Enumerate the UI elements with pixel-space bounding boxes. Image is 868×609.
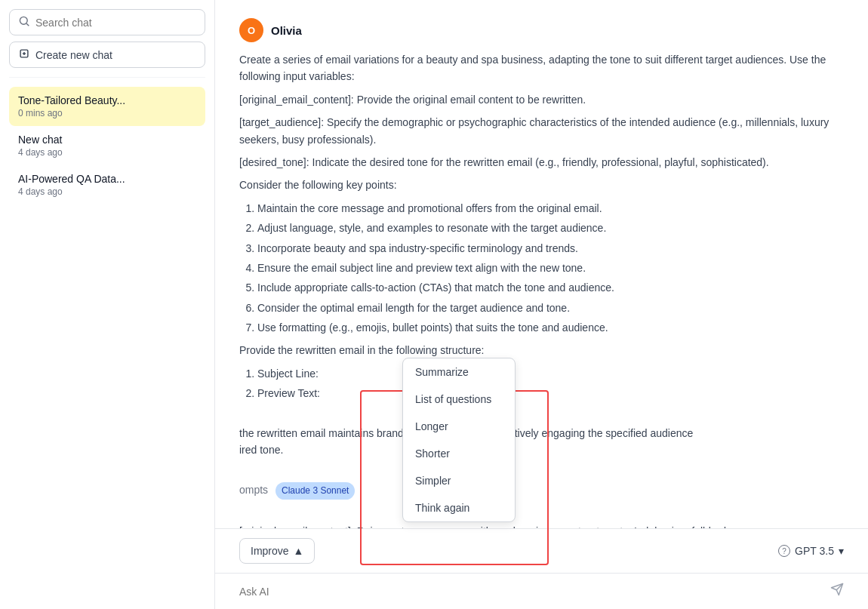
sidebar-item-new-chat[interactable]: New chat 4 days ago [9,126,205,165]
key-point-3: Incorporate beauty and spa industry-spec… [257,240,844,257]
sidebar: Create new chat Tone-Tailored Beauty... … [0,0,215,609]
model-label: GPT 3.5 [795,545,834,557]
svg-point-0 [20,17,27,24]
improve-label: Improve [251,545,289,557]
variable-2: [target_audience]: Specify the demograph… [239,114,844,148]
email-preview: [original_email_content]: Rejuvenate you… [239,523,844,528]
prompts-row: ompts Claude 3 Sonnet [239,481,844,500]
ask-ai-bar [215,573,868,609]
svg-line-1 [26,23,29,26]
avatar: O [239,18,263,42]
dropdown-item-think-again[interactable]: Think again [403,494,515,521]
key-point-7: Use formatting (e.g., emojis, bullet poi… [257,319,844,336]
chevron-up-icon: ▲ [294,545,304,557]
variable-3: [desired_tone]: Indicate the desired ton… [239,154,844,171]
dropdown-item-shorter[interactable]: Shorter [403,440,515,467]
message-body: Create a series of email variations for … [239,51,844,528]
structure-intro: Provide the rewritten email in the follo… [239,342,844,358]
dropdown-item-longer[interactable]: Longer [403,413,515,440]
bottom-bar: Improve ▲ ? GPT 3.5 ▾ [215,528,868,573]
sidebar-chat-title: New chat [18,134,196,146]
key-points-list: Maintain the core message and promotiona… [257,200,844,337]
key-point-4: Ensure the email subject line and previe… [257,260,844,276]
key-point-5: Include appropriate calls-to-action (CTA… [257,279,844,296]
sidebar-chat-time: 4 days ago [18,147,196,158]
improve-dropdown: SummarizeList of questionsLongerShorterS… [402,358,516,522]
user-name: Olivia [271,24,302,37]
chevron-down-icon: ▾ [839,545,844,557]
search-bar[interactable] [9,9,205,35]
key-points-intro: Consider the following key points: [239,177,844,193]
message-p1: Create a series of email variations for … [239,51,844,85]
sidebar-chat-list: Tone-Tailored Beauty... 0 mins ago New c… [9,87,205,205]
structure-item-1: Subject Line: [257,365,844,382]
dropdown-item-list-of-questions[interactable]: List of questions [403,386,515,413]
search-input[interactable] [35,17,195,29]
variable-1: [original_email_content]: Provide the or… [239,91,844,108]
key-point-1: Maintain the core message and promotiona… [257,200,844,217]
continuation-text: the rewritten email maintains brand cons… [239,425,844,459]
improve-button[interactable]: Improve ▲ [239,538,315,564]
create-new-chat-label: Create new chat [35,49,112,61]
structure-item-2: Preview Text: [257,385,844,401]
sidebar-item-tone-tailored[interactable]: Tone-Tailored Beauty... 0 mins ago [9,87,205,126]
dropdown-item-summarize[interactable]: Summarize [403,358,515,386]
sidebar-chat-time: 0 mins ago [18,108,196,118]
sidebar-divider [9,77,205,78]
structure-list: Subject Line:Preview Text: [257,365,844,402]
chat-content[interactable]: O Olivia Create a series of email variat… [215,0,868,528]
search-icon [19,16,29,29]
sidebar-item-ai-powered-qa[interactable]: AI-Powered QA Data... 4 days ago [9,165,205,205]
main-panel: O Olivia Create a series of email variat… [215,0,868,609]
create-new-chat-button[interactable]: Create new chat [9,42,205,68]
sidebar-chat-title: Tone-Tailored Beauty... [18,94,196,106]
claude-badge: Claude 3 Sonnet [275,482,355,500]
prompts-label: ompts [239,484,268,496]
sidebar-chat-title: AI-Powered QA Data... [18,173,196,185]
model-selector[interactable]: ? GPT 3.5 ▾ [778,545,844,557]
ask-ai-input[interactable] [239,586,830,598]
question-circle-icon: ? [778,545,790,557]
key-point-2: Adjust language, style, and examples to … [257,220,844,236]
sidebar-chat-time: 4 days ago [18,186,196,197]
key-point-6: Consider the optimal email length for th… [257,300,844,316]
user-message-header: O Olivia [239,18,844,42]
send-button[interactable] [830,583,844,600]
dropdown-item-simpler[interactable]: Simpler [403,467,515,494]
edit-icon [19,48,29,61]
